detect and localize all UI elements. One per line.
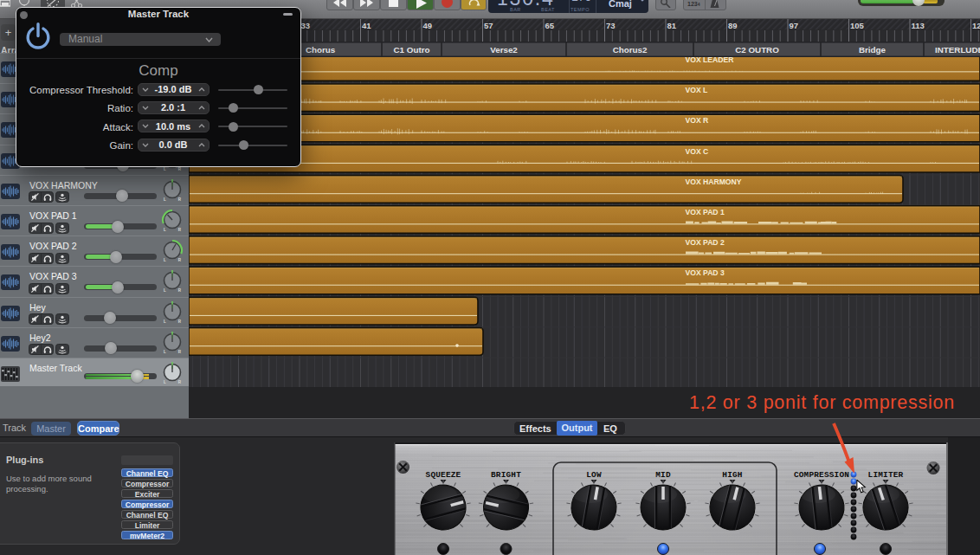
svg-text:VOX PAD 2: VOX PAD 2 [686, 238, 725, 247]
svg-text:113: 113 [912, 21, 925, 30]
svg-text:SQUEEZE: SQUEEZE [426, 470, 461, 480]
svg-text:BRIGHT: BRIGHT [491, 470, 521, 480]
svg-text:Bridge: Bridge [859, 45, 887, 55]
svg-text:81: 81 [667, 21, 677, 30]
svg-text:73: 73 [606, 21, 616, 30]
svg-text:VOX LEADER: VOX LEADER [686, 57, 735, 64]
svg-text:Chorus2: Chorus2 [613, 45, 648, 55]
svg-text:49: 49 [423, 21, 433, 30]
svg-text:Chorus: Chorus [306, 45, 336, 55]
svg-text:VOX HARMONY: VOX HARMONY [686, 177, 742, 186]
svg-text:VOX R: VOX R [686, 116, 710, 125]
svg-text:HIGH: HIGH [722, 470, 742, 480]
svg-text:89: 89 [728, 21, 738, 30]
svg-text:C1 Outro: C1 Outro [394, 45, 430, 55]
svg-text:VOX PAD 1: VOX PAD 1 [686, 208, 725, 216]
svg-text:33: 33 [301, 21, 311, 30]
svg-text:INTERLUDE: INTERLUDE [935, 45, 980, 55]
svg-text:LOW: LOW [586, 470, 602, 480]
svg-text:VOX PAD 3: VOX PAD 3 [686, 268, 725, 277]
svg-text:VOX L: VOX L [686, 86, 708, 94]
svg-text:12: 12 [972, 21, 980, 30]
svg-text:105: 105 [850, 21, 865, 30]
svg-text:41: 41 [362, 21, 371, 30]
svg-text:65: 65 [545, 21, 555, 30]
svg-text:97: 97 [790, 21, 799, 30]
svg-text:57: 57 [484, 21, 493, 30]
svg-text:VOX C: VOX C [686, 147, 709, 156]
svg-text:MID: MID [655, 470, 671, 480]
svg-text:C2 OUTRO: C2 OUTRO [735, 45, 779, 55]
svg-text:Verse2: Verse2 [490, 45, 518, 55]
svg-text:LIMITER: LIMITER [868, 470, 904, 480]
